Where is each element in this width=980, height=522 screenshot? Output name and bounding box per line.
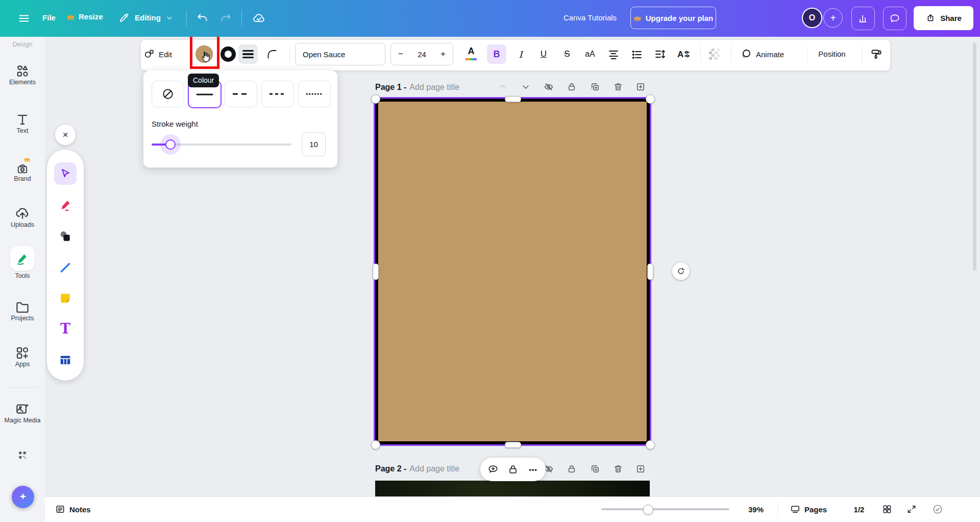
sidebar-item-projects[interactable]: Projects <box>0 299 45 322</box>
line-tool-button[interactable] <box>57 259 74 276</box>
sidebar-item-tools[interactable]: Tools <box>0 246 45 279</box>
underline-button[interactable]: U <box>536 44 551 64</box>
page1-lock-button[interactable] <box>566 81 578 93</box>
file-menu-button[interactable]: File <box>42 13 56 22</box>
shapes-tool-button[interactable] <box>57 228 74 245</box>
italic-button[interactable]: I <box>513 44 528 64</box>
add-member-button[interactable]: + <box>823 8 843 28</box>
share-button[interactable]: Share <box>914 6 973 30</box>
text-colour-button[interactable]: A <box>465 45 477 60</box>
select-tool-button[interactable] <box>54 162 77 185</box>
page2-title-placeholder[interactable]: Add page title <box>409 464 459 473</box>
stroke-weight-slider-handle[interactable] <box>165 139 176 150</box>
sidebar-item-brand[interactable]: co Brand <box>0 156 45 182</box>
pages-button[interactable]: Pages <box>790 503 827 516</box>
stroke-style-button[interactable] <box>238 44 258 64</box>
resize-button[interactable]: Resize <box>66 12 103 21</box>
page1-title-placeholder[interactable]: Add page title <box>409 83 459 92</box>
page2-lock-button[interactable] <box>566 463 578 475</box>
font-size-stepper[interactable]: − 24 + <box>390 43 453 65</box>
selected-rectangle-shape[interactable] <box>375 99 650 444</box>
rotate-handle[interactable] <box>672 263 690 280</box>
insights-button[interactable] <box>851 7 875 30</box>
text-effects-button[interactable]: A <box>676 48 691 61</box>
page1-move-up-button[interactable] <box>496 81 508 93</box>
border-colour-button[interactable] <box>220 46 236 62</box>
table-tool-button[interactable] <box>57 352 74 368</box>
page1-add-page-button[interactable] <box>634 81 647 93</box>
page2-delete-button[interactable] <box>612 463 624 475</box>
edit-button[interactable]: Edit <box>143 49 172 60</box>
resize-handle-top-left[interactable] <box>371 94 380 104</box>
bold-button[interactable]: B <box>487 44 506 64</box>
resize-handle-bottom-left[interactable] <box>371 440 380 449</box>
sidebar-item-design[interactable]: Design <box>0 41 45 48</box>
resize-handle-bottom-right[interactable] <box>646 440 655 449</box>
stroke-style-none-button[interactable] <box>152 81 184 107</box>
assistant-button[interactable] <box>12 486 34 508</box>
redo-button[interactable] <box>219 12 232 25</box>
text-tool-button[interactable]: T <box>57 321 74 337</box>
document-title[interactable]: Canva Tutorials <box>564 13 617 22</box>
cloud-save-indicator[interactable] <box>252 12 266 25</box>
position-button[interactable]: Position <box>818 50 845 58</box>
page1-move-down-button[interactable] <box>520 81 532 93</box>
notes-button[interactable]: Notes <box>55 503 91 516</box>
sidebar-item-apps[interactable]: Apps <box>0 345 45 368</box>
alignment-button[interactable] <box>606 48 621 61</box>
resize-handle-top-right[interactable] <box>646 94 655 104</box>
page2-add-page-button[interactable] <box>634 463 647 475</box>
corner-rounding-button[interactable] <box>265 47 279 61</box>
resize-handle-right[interactable] <box>647 264 653 280</box>
strikethrough-button[interactable]: S <box>560 44 574 64</box>
stroke-style-dash-small-button[interactable] <box>261 81 294 107</box>
editing-mode-dropdown[interactable]: Editing <box>118 12 174 23</box>
page1-hide-button[interactable] <box>543 81 555 93</box>
lock-button[interactable] <box>505 462 521 477</box>
main-menu-button[interactable] <box>16 12 32 25</box>
page1-duplicate-button[interactable] <box>589 81 601 93</box>
header-divider-2 <box>241 10 242 27</box>
font-size-increase[interactable]: + <box>440 49 446 59</box>
format-painter-button[interactable] <box>869 48 884 61</box>
undo-button[interactable] <box>196 12 209 25</box>
zoom-level[interactable]: 39% <box>743 505 769 514</box>
stroke-style-dash-button[interactable] <box>225 81 257 107</box>
animate-button[interactable]: Animate <box>740 48 784 60</box>
resize-handle-top[interactable] <box>505 96 521 102</box>
stroke-style-dotted-button[interactable] <box>298 81 331 107</box>
comment-button[interactable] <box>485 462 501 477</box>
draw-tool-button[interactable] <box>57 197 74 213</box>
page2-duplicate-button[interactable] <box>589 463 601 475</box>
zoom-slider-handle[interactable] <box>643 505 653 515</box>
upgrade-plan-button[interactable]: Upgrade your plan <box>630 7 716 29</box>
sidebar-item-uploads[interactable]: Uploads <box>0 206 45 228</box>
grid-view-button[interactable] <box>880 503 894 516</box>
qr-grid-icon[interactable] <box>17 449 28 461</box>
sticky-note-tool-button[interactable] <box>57 290 74 306</box>
user-avatar[interactable]: O <box>802 8 822 28</box>
canvas-scrollbar[interactable] <box>973 43 976 271</box>
sidebar-item-magic-media[interactable]: Magic Media <box>0 401 45 424</box>
zoom-slider-track[interactable] <box>601 508 729 510</box>
sidebar-item-elements[interactable]: Elements <box>0 63 45 86</box>
fullscreen-button[interactable] <box>905 503 918 516</box>
transparency-button[interactable] <box>709 49 720 60</box>
spacing-button[interactable] <box>653 48 667 61</box>
font-size-decrease[interactable]: − <box>398 49 403 59</box>
font-family-button[interactable]: Open Sauce <box>295 43 385 65</box>
resize-handle-left[interactable] <box>373 264 379 280</box>
more-options-button[interactable]: ••• <box>526 462 541 477</box>
text-case-button[interactable]: aA <box>582 44 598 64</box>
stroke-weight-value[interactable]: 10 <box>302 132 326 156</box>
resize-handle-bottom[interactable] <box>505 442 521 448</box>
page1-delete-button[interactable] <box>612 81 624 93</box>
comments-panel-button[interactable] <box>883 7 906 30</box>
sidebar-item-text[interactable]: Text <box>0 112 45 134</box>
font-size-value[interactable]: 24 <box>418 50 426 59</box>
page2-thumbnail[interactable] <box>375 481 650 496</box>
page2-header: Page 2 - Add page title <box>375 463 459 474</box>
list-button[interactable] <box>630 48 644 61</box>
close-tools-button[interactable]: × <box>55 125 76 145</box>
stroke-lines-icon <box>242 49 254 60</box>
